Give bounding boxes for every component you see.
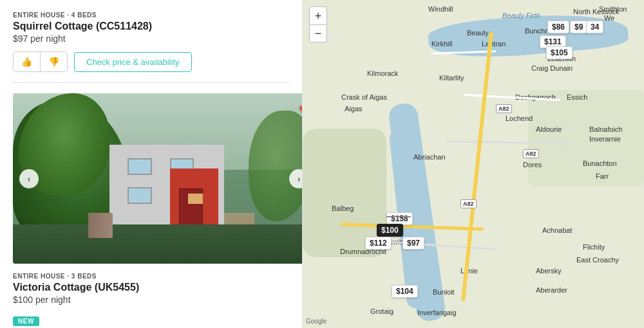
listing1-title: Squirrel Cottage (CC511428) <box>13 21 289 32</box>
label-kiltarlity: Kiltarlity <box>439 74 464 82</box>
forest-right <box>528 90 644 187</box>
road-badge-a82-2: A82 <box>523 149 539 158</box>
label-inverfarigaig: Inverfarigaig <box>417 309 457 316</box>
label-aberarder: Aberarder <box>536 286 567 294</box>
label-beauly: Beauly <box>467 29 489 37</box>
new-badge: NEW <box>13 316 39 326</box>
listing-card-2: ‹ › ♥ ENTIRE HOUSE · 3 BEDS Victoria Cot… <box>0 93 302 328</box>
label-we: We <box>604 14 614 22</box>
left-panel: ENTIRE HOUSE · 4 BEDS Squirrel Cottage (… <box>0 0 303 328</box>
label-beauly-firth: Beauly Firth <box>502 12 540 19</box>
listing2-title: Victoria Cottage (UK5455) <box>13 282 289 293</box>
zoom-in-button[interactable]: + <box>309 6 327 24</box>
price-marker-105[interactable]: $105 <box>546 46 573 59</box>
label-kirkhill: Kirkhill <box>431 40 452 48</box>
price-marker-9[interactable]: $9 <box>570 21 587 33</box>
label-flichity: Flichity <box>583 243 605 251</box>
thumbs-up-button[interactable]: 👍 <box>14 52 41 71</box>
cottage-image <box>13 93 303 264</box>
label-lenie: Lenie <box>460 267 478 275</box>
road-badge-a82-3: A82 <box>460 199 477 208</box>
label-craig-dunain: Craig Dunain <box>531 64 573 72</box>
price-marker-158[interactable]: $158 <box>386 212 413 225</box>
label-bunloit: Bunloit <box>433 288 455 296</box>
price-marker-97[interactable]: $97 <box>402 237 424 250</box>
price-marker-34[interactable]: 34 <box>586 21 603 33</box>
listing2-info: ENTIRE HOUSE · 3 BEDS Victoria Cottage (… <box>0 264 302 328</box>
label-aigas: Aigas <box>345 105 363 113</box>
label-kilmorack: Kilmorack <box>367 69 398 77</box>
listing2-type: ENTIRE HOUSE · 3 BEDS <box>13 273 289 280</box>
label-bunachton: Bunachton <box>583 159 617 167</box>
label-inverarnie: Inverarnie <box>589 135 621 143</box>
label-east-croachy: East Croachy <box>576 256 619 264</box>
card-actions: 👍 👎 Check price & availability <box>13 51 289 72</box>
label-farr: Farr <box>596 172 609 180</box>
google-logo: Google <box>306 318 327 325</box>
price-marker-86[interactable]: $86 <box>547 21 569 33</box>
divider <box>13 82 289 83</box>
label-lochend: Lochend <box>506 114 533 122</box>
label-achnabat: Achnabat <box>542 226 572 234</box>
thumbs-down-button[interactable]: 👎 <box>41 52 67 71</box>
shed-window <box>188 194 203 204</box>
label-balnafoich: Balnafoich <box>589 125 622 133</box>
listing1-price: $97 per night <box>13 33 289 44</box>
thumbs-group: 👍 👎 <box>13 51 68 72</box>
listing1-type: ENTIRE HOUSE · 4 BEDS <box>13 12 289 19</box>
label-dores: Dores <box>523 161 542 169</box>
window-upper-left <box>128 158 152 176</box>
label-windhill: Windhill <box>428 5 453 13</box>
road-badge-a82-1: A82 <box>496 104 512 113</box>
label-smithton: Smithton <box>599 5 627 13</box>
window-lower-left <box>128 187 152 205</box>
strikethrough-158 <box>386 216 411 217</box>
image-prev-button[interactable]: ‹ <box>19 169 39 188</box>
stone-wall <box>88 213 113 239</box>
listing2-price: $100 per night <box>13 295 289 305</box>
label-crask: Crask of Aigas <box>341 93 387 101</box>
label-abriachan: Abriachan <box>413 153 446 161</box>
label-balbeg: Balbeg <box>332 205 354 212</box>
listing-card-1: ENTIRE HOUSE · 4 BEDS Squirrel Cottage (… <box>0 0 302 82</box>
zoom-out-button[interactable]: − <box>309 24 327 42</box>
label-grotaig: Grotaig <box>370 307 393 315</box>
map-panel[interactable]: A82 A82 A82 Windhill Beauly Firth North … <box>303 0 644 328</box>
check-price-button[interactable]: Check price & availability <box>74 52 192 72</box>
price-marker-100[interactable]: $100 <box>377 224 403 237</box>
price-marker-104[interactable]: $104 <box>392 285 418 298</box>
label-abersky: Abersky <box>536 267 562 275</box>
listing-image-container: ‹ › ♥ <box>13 93 303 264</box>
map-background: A82 A82 A82 Windhill Beauly Firth North … <box>303 0 644 328</box>
label-essich: Essich <box>567 93 587 101</box>
map-controls: + − <box>309 6 327 42</box>
foreground-ground <box>13 224 303 264</box>
price-marker-112[interactable]: $112 <box>365 237 392 250</box>
label-lentran: Lentran <box>482 40 506 48</box>
label-aldourie: Aldourie <box>536 125 562 133</box>
